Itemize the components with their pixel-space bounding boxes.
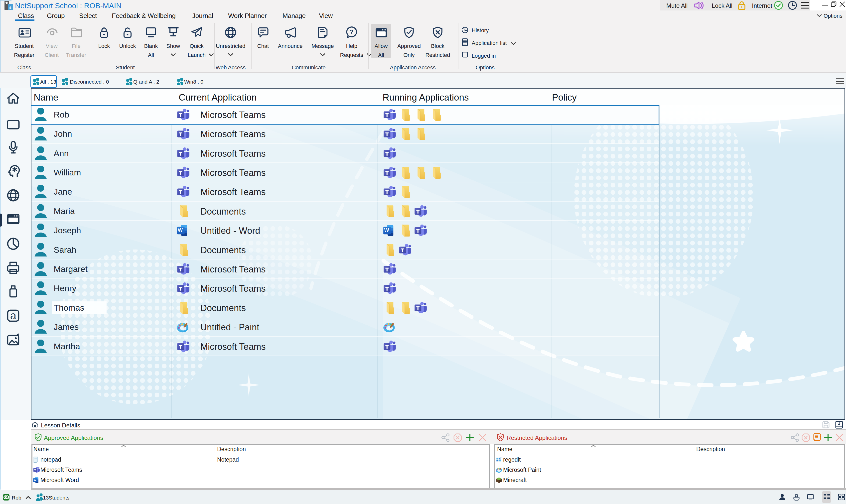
svg-text:s: s bbox=[9, 5, 12, 10]
